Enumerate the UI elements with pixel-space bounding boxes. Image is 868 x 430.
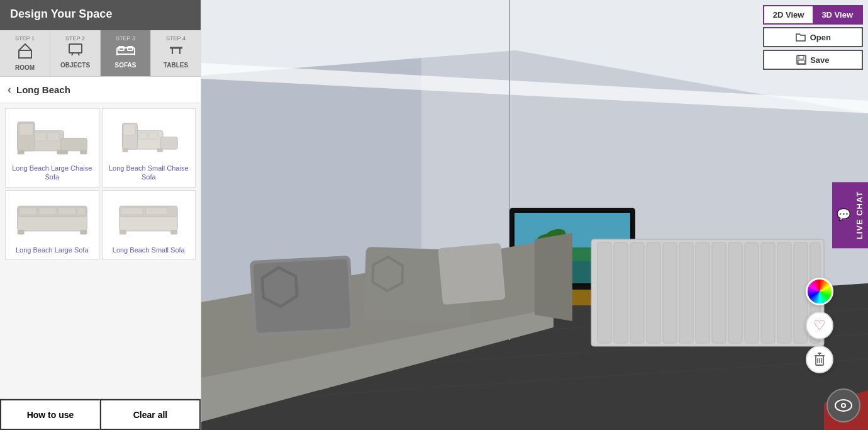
tables-icon	[167, 42, 185, 60]
svg-rect-82	[647, 242, 660, 343]
svg-rect-18	[17, 149, 24, 154]
bottom-buttons: How to use Clear all	[0, 399, 201, 430]
svg-rect-34	[58, 208, 76, 215]
sofa-grid: Long Beach Large Chaise Sofa	[0, 103, 201, 399]
view-area: ⬡ ⬡	[201, 0, 868, 430]
svg-rect-79	[598, 242, 611, 343]
sofa-image-large-chaise	[11, 114, 94, 161]
steps-bar: STEP 1 Room STEP 2	[0, 30, 201, 77]
sofa-small-sofa-name: Long Beach Small Sofa	[113, 246, 185, 254]
step-room[interactable]: STEP 1 Room	[0, 30, 50, 76]
svg-rect-90	[777, 242, 791, 343]
svg-rect-20	[61, 149, 68, 154]
svg-rect-87	[728, 242, 742, 343]
svg-rect-96	[798, 60, 804, 64]
eye-view-button[interactable]	[826, 388, 860, 422]
svg-rect-77	[438, 243, 505, 305]
favorite-button[interactable]: ♡	[806, 312, 833, 339]
3d-view-button[interactable]: 3D View	[813, 6, 862, 23]
sofa-item-large-sofa[interactable]: Long Beach Large Sofa	[5, 190, 99, 260]
svg-rect-28	[123, 148, 128, 152]
svg-rect-89	[761, 242, 775, 343]
svg-rect-41	[146, 208, 168, 215]
step-objects-label: Objects	[60, 62, 90, 69]
clear-all-button[interactable]: Clear all	[100, 399, 201, 430]
svg-rect-17	[47, 132, 58, 141]
svg-rect-26	[139, 132, 148, 139]
sofa-small-chaise-name: Long Beach Small Chaise Sofa	[108, 164, 191, 182]
step-objects[interactable]: STEP 2 Objects	[50, 30, 101, 76]
save-icon	[796, 55, 806, 65]
sofa-large-chaise-name: Long Beach Large Chaise Sofa	[11, 164, 94, 182]
svg-rect-36	[17, 230, 24, 234]
how-to-use-button[interactable]: How to use	[0, 399, 100, 430]
step-sofas-label: Sofas	[115, 62, 136, 69]
svg-rect-0	[19, 50, 31, 58]
title-text: Design Your Space	[10, 8, 112, 20]
svg-rect-33	[39, 208, 57, 215]
svg-text:⬡: ⬡	[256, 257, 303, 315]
step-objects-number: STEP 2	[65, 35, 85, 42]
chat-bubble-icon: 💬	[836, 208, 850, 222]
step-sofas[interactable]: STEP 3 Sofas	[101, 30, 151, 76]
svg-rect-27	[149, 132, 159, 139]
view-toggle: 2D View 3D View	[763, 5, 863, 25]
step-room-label: Room	[15, 64, 35, 71]
svg-rect-21	[80, 149, 87, 154]
svg-rect-1	[69, 44, 82, 53]
svg-rect-80	[614, 242, 628, 343]
step-tables[interactable]: STEP 4 Tables	[151, 30, 201, 76]
open-button[interactable]: Open	[763, 27, 863, 47]
eye-icon	[835, 399, 852, 412]
svg-rect-37	[80, 230, 87, 234]
app-title: Design Your Space	[0, 0, 201, 30]
breadcrumb-back-button[interactable]: ‹	[8, 83, 11, 96]
sofa-image-small-chaise	[108, 114, 191, 161]
breadcrumb-label: Long Beach	[16, 84, 70, 95]
svg-rect-24	[160, 137, 178, 149]
sofa-image-small-sofa	[108, 196, 191, 243]
step-tables-label: Tables	[164, 62, 188, 69]
delete-button[interactable]	[806, 346, 833, 373]
room-icon	[16, 42, 34, 63]
svg-rect-40	[121, 208, 143, 215]
save-label: Save	[810, 55, 829, 65]
folder-icon	[795, 32, 806, 42]
main-layout: Design Your Space STEP 1 Room STEP 2	[0, 0, 868, 430]
svg-rect-25	[124, 125, 135, 135]
live-chat-tab[interactable]: 💬 LIVE CHAT	[832, 182, 868, 248]
breadcrumb: ‹ Long Beach	[0, 77, 201, 103]
svg-rect-14	[61, 138, 87, 150]
live-chat-label: LIVE CHAT	[855, 191, 864, 239]
color-wheel-button[interactable]	[806, 278, 833, 305]
sofa-item-small-chaise[interactable]: Long Beach Small Chaise Sofa	[102, 108, 196, 188]
trash-icon	[813, 352, 826, 367]
svg-marker-71	[535, 233, 572, 321]
sidebar: Design Your Space STEP 1 Room STEP 2	[0, 0, 201, 430]
svg-rect-16	[35, 132, 46, 141]
objects-icon	[67, 42, 84, 60]
svg-point-106	[842, 404, 845, 407]
svg-text:⬡: ⬡	[367, 248, 408, 298]
sofa-item-small-sofa[interactable]: Long Beach Small Sofa	[102, 190, 196, 260]
svg-rect-15	[19, 123, 33, 135]
svg-rect-29	[157, 148, 163, 152]
svg-rect-81	[630, 242, 644, 343]
float-icons: ♡	[806, 278, 833, 373]
open-label: Open	[810, 33, 831, 42]
svg-rect-85	[696, 242, 709, 343]
svg-rect-86	[712, 242, 726, 343]
svg-rect-32	[19, 208, 36, 215]
sofas-icon	[116, 42, 136, 60]
sofa-image-large-sofa	[11, 196, 94, 243]
svg-rect-95	[799, 55, 804, 59]
svg-rect-35	[77, 208, 85, 215]
2d-view-button[interactable]: 2D View	[764, 6, 813, 23]
step-tables-number: STEP 4	[166, 35, 186, 42]
step-room-number: STEP 1	[15, 35, 35, 42]
step-sofas-number: STEP 3	[116, 35, 135, 42]
svg-rect-83	[663, 242, 677, 343]
svg-rect-43	[170, 230, 177, 234]
sofa-item-large-chaise[interactable]: Long Beach Large Chaise Sofa	[5, 108, 99, 188]
save-button[interactable]: Save	[763, 50, 863, 70]
